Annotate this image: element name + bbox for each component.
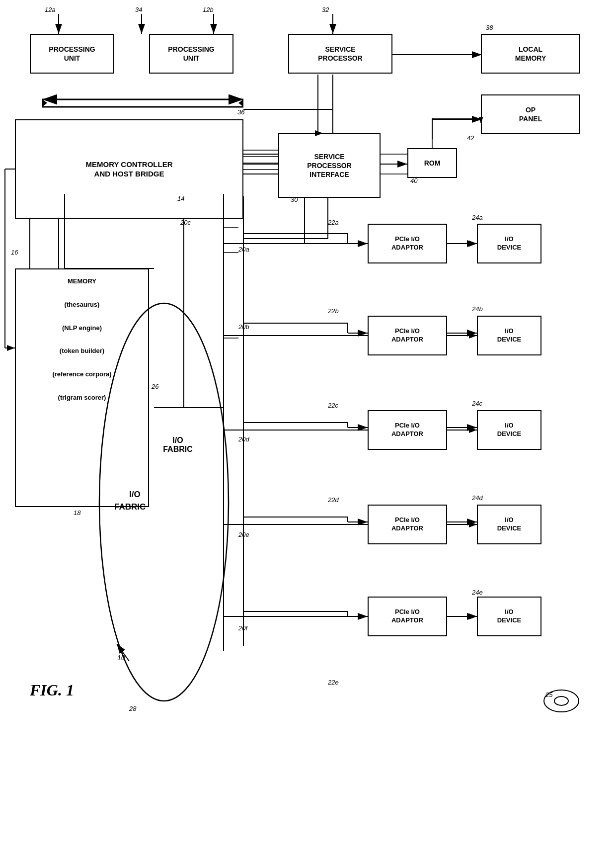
io-device-d: I/O DEVICE	[477, 505, 541, 544]
memory-controller: MEMORY CONTROLLER AND HOST BRIDGE	[15, 119, 243, 219]
ref-10-arrow	[109, 636, 139, 666]
disc-icon	[541, 681, 581, 721]
svg-point-57	[544, 690, 579, 712]
ref-36: 36	[237, 108, 244, 116]
ref-18: 18	[74, 509, 80, 517]
pcie-adaptor-d: PCIe I/O ADAPTOR	[368, 505, 447, 544]
op-panel: OP PANEL	[481, 94, 580, 134]
ref-14: 14	[177, 195, 184, 202]
ref-40: 40	[410, 177, 417, 184]
processing-unit-b: PROCESSING UNIT	[149, 34, 233, 74]
ref-20c: 20c	[180, 219, 191, 226]
io-device-a: I/O DEVICE	[477, 224, 541, 263]
svg-line-56	[117, 644, 129, 661]
ref-22d: 22d	[328, 496, 339, 504]
pcie-adaptor-c: PCIe I/O ADAPTOR	[368, 410, 447, 450]
ref-32: 32	[322, 6, 329, 13]
svg-marker-59	[42, 99, 47, 107]
ref-20f: 20f	[238, 624, 247, 632]
ref-30: 30	[291, 196, 298, 203]
pcie-adaptor-e: PCIe I/O ADAPTOR	[368, 597, 447, 636]
ref-42: 42	[467, 134, 474, 142]
ref-24e: 24e	[472, 589, 483, 596]
ref-34: 34	[135, 6, 142, 13]
ref-28: 28	[129, 705, 136, 712]
ref-26: 26	[152, 383, 158, 390]
ref-12b: 12b	[203, 6, 214, 13]
ref-22c: 22c	[328, 402, 338, 409]
local-memory: LOCAL MEMORY	[481, 34, 580, 74]
ref-24b: 24b	[472, 305, 483, 313]
rom: ROM	[407, 148, 457, 178]
ref-24c: 24c	[472, 400, 482, 407]
service-processor-interface: SERVICE PROCESSOR INTERFACE	[278, 133, 381, 198]
svg-text:I/O: I/O	[129, 490, 141, 499]
ref-24a: 24a	[472, 214, 483, 221]
ref-38: 38	[486, 24, 493, 31]
ref-24d: 24d	[472, 494, 483, 502]
ref-20e: 20e	[238, 531, 249, 538]
processing-unit-a: PROCESSING UNIT	[30, 34, 114, 74]
svg-marker-60	[238, 99, 243, 107]
pcie-adaptor-b: PCIe I/O ADAPTOR	[368, 316, 447, 355]
io-device-e: I/O DEVICE	[477, 597, 541, 636]
ref-12a: 12a	[45, 6, 56, 13]
svg-point-58	[554, 696, 568, 705]
ref-20d: 20d	[238, 435, 249, 443]
ref-22b: 22b	[328, 307, 339, 315]
ref-20a: 20a	[238, 246, 249, 253]
svg-text:FABRIC: FABRIC	[114, 502, 146, 512]
io-device-c: I/O DEVICE	[477, 410, 541, 450]
ref-22e: 22e	[328, 679, 339, 686]
ref-20b: 20b	[238, 323, 249, 331]
ref-22a: 22a	[328, 219, 339, 226]
ref-16: 16	[11, 249, 18, 256]
service-processor: SERVICE PROCESSOR	[288, 34, 392, 74]
pcie-adaptor-a: PCIe I/O ADAPTOR	[368, 224, 447, 263]
diagram: 12a 34 12b 32 38 PROCESSING UNIT PROCESS…	[0, 0, 616, 864]
fig-label: FIG. 1	[30, 681, 74, 699]
io-device-b: I/O DEVICE	[477, 316, 541, 355]
